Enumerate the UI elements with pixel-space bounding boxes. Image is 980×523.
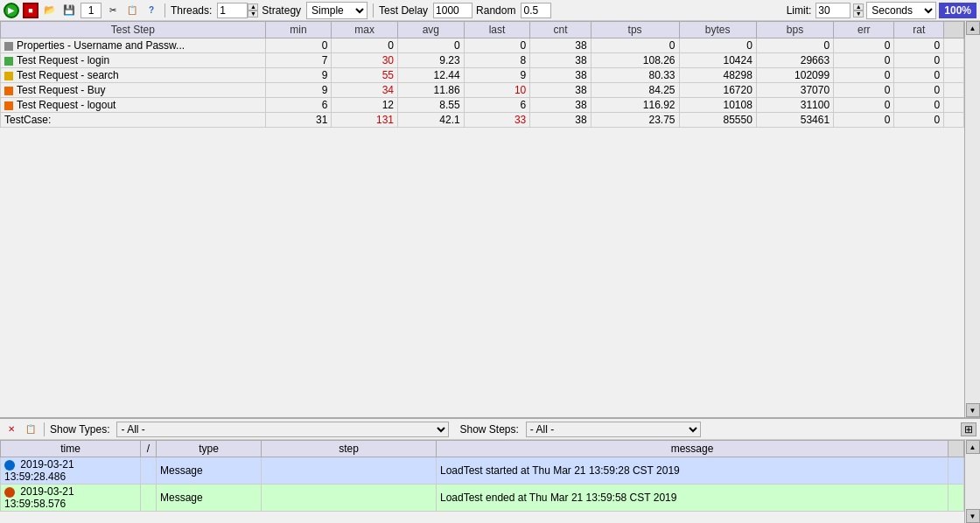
cell-err: 0 — [834, 68, 894, 83]
log-time: 2019-03-21 13:59:58.576 — [1, 485, 141, 512]
stop-button[interactable]: ■ — [23, 3, 38, 18]
strategy-select[interactable]: Simple Random Burst — [306, 2, 368, 19]
open-button[interactable]: 📂 — [42, 3, 58, 18]
log-toolbar: ✕ 📋 Show Types: - All - Show Steps: - Al… — [0, 419, 980, 440]
cell-min: 6 — [265, 98, 332, 113]
threads-up[interactable]: ▲ — [248, 3, 258, 10]
table-scrollbar[interactable]: ▲ ▼ — [964, 21, 980, 417]
log-step — [262, 485, 437, 512]
row-indicator — [4, 87, 13, 95]
cell-rat: 0 — [894, 113, 944, 128]
log-table-container[interactable]: time / type step message 2019-03- — [0, 440, 980, 523]
play-button[interactable]: ▶ — [4, 3, 19, 18]
paste-button[interactable]: 📋 — [124, 3, 140, 18]
log-body: 2019-03-21 13:59:28.486 Message LoadTest… — [1, 457, 964, 512]
log-time: 2019-03-21 13:59:28.486 — [1, 457, 141, 485]
cell-bps: 102099 — [756, 68, 833, 83]
limit-up[interactable]: ▲ — [853, 3, 864, 10]
cell-scroll — [944, 83, 964, 98]
cell-bps: 53461 — [756, 113, 833, 128]
col-header-bytes: bytes — [679, 22, 756, 38]
cell-tps: 116.92 — [591, 98, 679, 113]
cell-avg: 12.44 — [397, 68, 464, 83]
pct-badge: 100% — [939, 3, 976, 18]
step-name: Test Request - Buy — [1, 83, 266, 98]
limit-label: Limit: — [787, 4, 812, 17]
cell-bps: 37070 — [756, 83, 833, 98]
log-options-button[interactable]: ⊞ — [961, 422, 976, 436]
random-input[interactable] — [521, 3, 551, 18]
test-delay-label: Test Delay — [379, 4, 428, 17]
log-clear-button[interactable]: ✕ — [4, 422, 19, 437]
cell-tps: 23.75 — [591, 113, 679, 128]
log-scroll-down[interactable]: ▼ — [966, 509, 980, 523]
test-delay-input[interactable] — [433, 3, 472, 18]
help-button[interactable]: ? — [144, 3, 159, 18]
table-row: Test Request - login 7 30 9.23 8 38 108.… — [1, 53, 964, 68]
log-sep — [44, 422, 45, 436]
scroll-up-button[interactable]: ▲ — [966, 21, 980, 35]
log-scroll-up[interactable]: ▲ — [966, 440, 980, 454]
threads-input[interactable] — [217, 3, 248, 18]
limit-input[interactable] — [816, 3, 850, 18]
col-header-last: last — [464, 22, 530, 38]
save-button[interactable]: 💾 — [61, 3, 77, 18]
cell-err: 0 — [834, 98, 894, 113]
row-indicator — [4, 101, 13, 110]
cell-min: 0 — [265, 38, 332, 53]
cell-avg: 0 — [397, 38, 464, 53]
table-row: Properties - Username and Passw... 0 0 0… — [1, 38, 964, 53]
cell-last: 9 — [464, 68, 530, 83]
log-table: time / type step message 2019-03- — [0, 440, 964, 512]
cell-bytes: 48298 — [679, 68, 756, 83]
log-row: 2019-03-21 13:59:28.486 Message LoadTest… — [1, 457, 964, 485]
show-types-select[interactable]: - All - — [116, 422, 449, 437]
data-table-area: Test Step min max avg last cnt tps bytes… — [0, 21, 980, 418]
log-type: Message — [157, 485, 262, 512]
cell-last: 8 — [464, 53, 530, 68]
threads-label: Threads: — [171, 4, 212, 17]
step-name: Test Request - login — [1, 53, 266, 68]
cell-max: 131 — [332, 113, 398, 128]
threads-down[interactable]: ▼ — [248, 10, 258, 17]
col-header-tps: tps — [591, 22, 679, 38]
cut-button[interactable]: ✂ — [105, 3, 121, 18]
random-label: Random — [476, 4, 515, 17]
cell-rat: 0 — [894, 53, 944, 68]
cell-rat: 0 — [894, 68, 944, 83]
cell-bytes: 0 — [679, 38, 756, 53]
cell-bytes: 10424 — [679, 53, 756, 68]
cell-avg: 11.86 — [397, 83, 464, 98]
log-area: ✕ 📋 Show Types: - All - Show Steps: - Al… — [0, 418, 980, 523]
cell-tps: 80.33 — [591, 68, 679, 83]
log-scrollbar[interactable]: ▲ ▼ — [964, 440, 980, 523]
log-col-message: message — [437, 441, 948, 457]
col-header-cnt: cnt — [530, 22, 591, 38]
main-area: Test Step min max avg last cnt tps bytes… — [0, 21, 980, 523]
cell-cnt: 38 — [530, 53, 591, 68]
cell-rat: 0 — [894, 83, 944, 98]
cell-tps: 84.25 — [591, 83, 679, 98]
scroll-down-button[interactable]: ▼ — [966, 403, 980, 417]
cell-scroll — [944, 68, 964, 83]
cell-cnt: 38 — [530, 83, 591, 98]
results-table: Test Step min max avg last cnt tps bytes… — [0, 21, 964, 128]
log-col-scroll — [948, 441, 964, 457]
step-name: Properties - Username and Passw... — [1, 38, 266, 53]
time-unit-select[interactable]: Seconds Minutes Hours — [866, 2, 936, 19]
show-steps-select[interactable]: - All - — [526, 422, 701, 437]
cell-max: 0 — [332, 38, 398, 53]
col-header-max: max — [332, 22, 398, 38]
step-name: TestCase: — [1, 113, 266, 128]
log-type: Message — [157, 457, 262, 485]
log-copy-button[interactable]: 📋 — [23, 422, 38, 437]
toolbar: ▶ ■ 📂 💾 1 ✂ 📋 ? Threads: ▲ ▼ Strategy Si… — [0, 0, 980, 21]
limit-down[interactable]: ▼ — [853, 10, 864, 17]
table-scroll[interactable]: Test Step min max avg last cnt tps bytes… — [0, 21, 964, 417]
cell-err: 0 — [834, 113, 894, 128]
col-header-err: err — [834, 22, 894, 38]
limit-group: Limit: ▲ ▼ Seconds Minutes Hours 100% — [787, 2, 976, 19]
cell-bps: 31100 — [756, 98, 833, 113]
col-header-avg: avg — [397, 22, 464, 38]
cell-avg: 42.1 — [397, 113, 464, 128]
